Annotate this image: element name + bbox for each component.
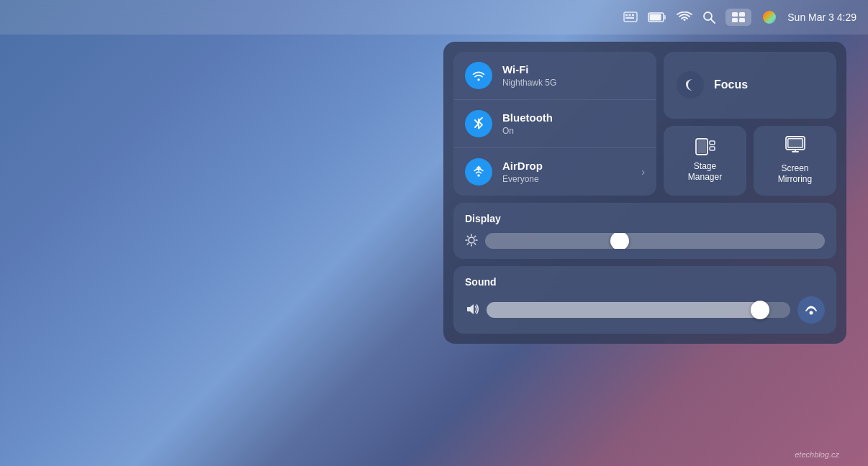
svg-rect-10 bbox=[732, 12, 738, 17]
svg-rect-13 bbox=[739, 18, 745, 22]
display-label: Display bbox=[465, 213, 825, 224]
svg-point-15 bbox=[477, 78, 479, 81]
airplay-audio-button[interactable] bbox=[797, 296, 825, 324]
focus-label: Focus bbox=[714, 78, 748, 91]
focus-icon-wrap bbox=[677, 71, 704, 99]
sound-section: Sound bbox=[453, 266, 836, 334]
wifi-icon-wrap bbox=[465, 62, 492, 89]
screen-mirroring-button[interactable]: Screen Mirroring bbox=[754, 126, 836, 196]
airdrop-icon-wrap bbox=[465, 158, 492, 186]
right-col: Focus Stage Mana bbox=[664, 52, 836, 196]
bluetooth-title: Bluetooth bbox=[502, 111, 645, 124]
svg-line-33 bbox=[474, 236, 476, 237]
stage-manager-icon bbox=[695, 138, 715, 155]
brightness-icon bbox=[465, 234, 478, 249]
airdrop-text: AirDrop Everyone bbox=[502, 160, 631, 184]
battery-icon[interactable] bbox=[648, 12, 666, 22]
bottom-buttons: Stage Manager bbox=[664, 126, 836, 196]
brightness-slider[interactable] bbox=[485, 233, 825, 249]
screen-mirroring-label: Screen Mirroring bbox=[778, 163, 812, 186]
wifi-title: Wi-Fi bbox=[502, 63, 645, 76]
bluetooth-icon-wrap bbox=[465, 110, 492, 137]
search-menubar-icon[interactable] bbox=[702, 11, 715, 24]
menubar: Sun Mar 3 4:29 bbox=[0, 0, 868, 35]
screen-mirroring-icon bbox=[785, 136, 805, 157]
airdrop-chevron-icon: › bbox=[641, 166, 645, 178]
wifi-item[interactable]: Wi-Fi Nighthawk 5G bbox=[453, 52, 656, 100]
svg-rect-6 bbox=[664, 15, 666, 19]
svg-rect-21 bbox=[710, 147, 715, 150]
svg-rect-19 bbox=[697, 140, 706, 153]
svg-rect-20 bbox=[710, 141, 715, 145]
wifi-text: Wi-Fi Nighthawk 5G bbox=[502, 63, 645, 88]
wifi-menubar-icon[interactable] bbox=[677, 12, 692, 23]
svg-point-14 bbox=[763, 11, 776, 24]
brightness-slider-row bbox=[465, 233, 825, 249]
bluetooth-icon bbox=[471, 116, 486, 131]
svg-line-31 bbox=[467, 236, 469, 237]
focus-button[interactable]: Focus bbox=[664, 52, 836, 119]
control-center-panel: Wi-Fi Nighthawk 5G Bluetooth On bbox=[443, 42, 846, 344]
volume-slider[interactable] bbox=[487, 302, 790, 318]
wifi-subtitle: Nighthawk 5G bbox=[502, 78, 645, 88]
airdrop-icon bbox=[471, 165, 486, 179]
bluetooth-item[interactable]: Bluetooth On bbox=[453, 100, 656, 148]
stage-manager-label: Stage Manager bbox=[688, 161, 722, 183]
svg-rect-23 bbox=[787, 138, 803, 147]
svg-rect-2 bbox=[629, 14, 631, 17]
bluetooth-subtitle: On bbox=[502, 126, 645, 136]
display-section: Display bbox=[453, 203, 836, 259]
siri-icon[interactable] bbox=[761, 9, 777, 25]
svg-line-9 bbox=[711, 19, 715, 24]
svg-rect-7 bbox=[650, 14, 661, 21]
cc-top-row: Wi-Fi Nighthawk 5G Bluetooth On bbox=[453, 52, 836, 196]
svg-rect-4 bbox=[625, 17, 634, 19]
wifi-icon bbox=[471, 68, 486, 83]
sound-label: Sound bbox=[465, 276, 825, 288]
svg-point-16 bbox=[477, 174, 479, 176]
keyboard-shortcut-icon[interactable] bbox=[623, 12, 638, 23]
airdrop-title: AirDrop bbox=[502, 160, 631, 173]
crescent-moon-icon bbox=[682, 77, 698, 93]
stage-manager-button[interactable]: Stage Manager bbox=[664, 126, 746, 196]
brightness-thumb[interactable] bbox=[610, 233, 629, 249]
svg-line-34 bbox=[467, 243, 469, 245]
svg-point-35 bbox=[810, 311, 813, 315]
airdrop-item[interactable]: AirDrop Everyone › bbox=[453, 148, 656, 196]
sound-slider-row bbox=[465, 296, 825, 324]
svg-rect-1 bbox=[625, 14, 628, 17]
volume-icon bbox=[465, 303, 479, 317]
svg-point-26 bbox=[469, 237, 474, 243]
bluetooth-text: Bluetooth On bbox=[502, 111, 645, 136]
volume-thumb[interactable] bbox=[751, 301, 769, 319]
menubar-datetime: Sun Mar 3 4:29 bbox=[787, 12, 856, 23]
watermark: etechblog.cz bbox=[795, 450, 839, 459]
connectivity-block: Wi-Fi Nighthawk 5G Bluetooth On bbox=[453, 52, 656, 196]
control-center-menubar-icon[interactable] bbox=[725, 9, 751, 26]
airplay-icon bbox=[804, 303, 818, 317]
svg-rect-11 bbox=[739, 12, 745, 17]
airdrop-subtitle: Everyone bbox=[502, 174, 631, 184]
sound-slider-wrap bbox=[465, 302, 790, 318]
svg-rect-12 bbox=[732, 18, 738, 22]
svg-line-32 bbox=[474, 243, 476, 245]
svg-rect-3 bbox=[632, 14, 634, 17]
